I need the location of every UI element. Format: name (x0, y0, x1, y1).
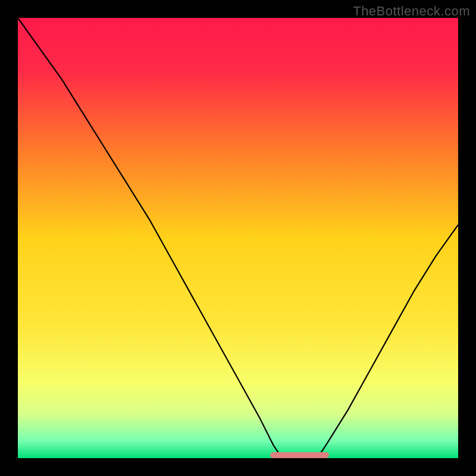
chart-frame: TheBottleneck.com (0, 0, 476, 476)
chart-background-gradient (18, 18, 458, 458)
watermark-text: TheBottleneck.com (353, 4, 470, 19)
chart-svg (18, 18, 458, 458)
chart-plot-area (18, 18, 458, 458)
